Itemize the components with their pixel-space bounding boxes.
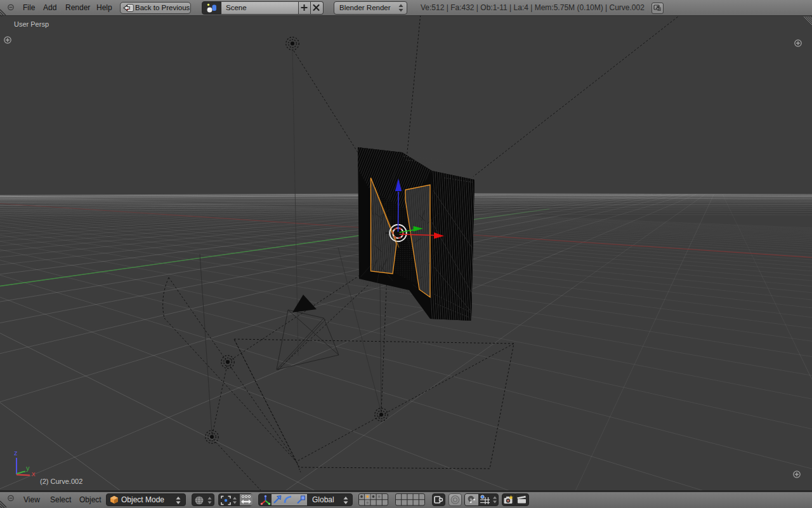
svg-text:z: z <box>14 449 18 457</box>
svg-text:y: y <box>26 464 30 472</box>
svg-text:x: x <box>32 470 36 478</box>
